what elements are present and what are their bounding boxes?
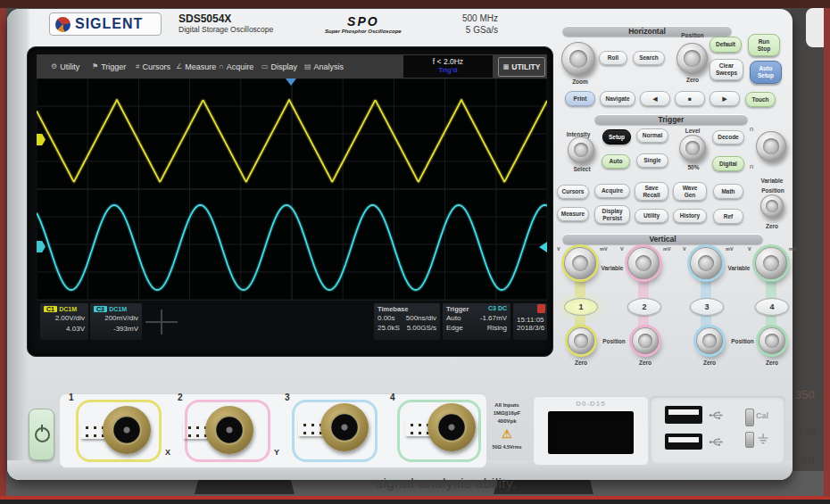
ch2-scale-knob[interactable]	[627, 247, 660, 279]
clear-sweeps-button[interactable]: Clear Sweeps	[710, 59, 743, 80]
zero-label: Zero	[630, 359, 660, 366]
caliper-icon: ∠	[176, 62, 182, 70]
ch4-bnc-connector[interactable]	[427, 403, 476, 451]
trigger-level-knob[interactable]	[679, 135, 706, 161]
cropped-text-fragment: ed	[801, 452, 814, 466]
ch1-position-knob[interactable]	[568, 327, 594, 354]
trigger-single-button[interactable]: Single	[636, 153, 668, 168]
digital-input-slot[interactable]	[548, 411, 634, 454]
measure-button[interactable]: Measure	[557, 207, 589, 221]
screen-bezel: ⚙Utility ⚑Trigger #Cursors ∠Measure ∩Acq…	[27, 46, 553, 357]
ch4-scale-knob[interactable]	[755, 247, 787, 279]
menu-acquire[interactable]: ∩Acquire	[219, 54, 253, 78]
ch2-button[interactable]: 2	[627, 298, 661, 316]
usb-port-top[interactable]	[665, 406, 702, 424]
menu-analysis[interactable]: ▤Analysis	[304, 54, 344, 78]
trigger-position-marker[interactable]	[286, 78, 296, 86]
run-stop-button[interactable]: Run Stop	[748, 34, 780, 56]
decode-button[interactable]: Decode	[712, 130, 744, 145]
auto-setup-button[interactable]: Auto Setup	[750, 61, 782, 84]
cal-output-tab[interactable]	[745, 409, 754, 426]
digital-button[interactable]: Digital	[712, 156, 744, 171]
x-axis-label: X	[165, 448, 170, 457]
ground-tab[interactable]	[745, 432, 754, 448]
mv-label: mV	[726, 246, 734, 252]
digital-input-label: D0-D15	[534, 397, 648, 408]
acquire-button[interactable]: Acquire	[594, 184, 630, 198]
cursors-icon: #	[136, 62, 139, 70]
ch3-scale-knob[interactable]	[690, 247, 722, 279]
horizontal-position-knob[interactable]	[676, 43, 708, 74]
ch1-info-box[interactable]: C1 DC1M 2.00V/div 4.03V	[40, 303, 88, 340]
screen[interactable]: ⚙Utility ⚑Trigger #Cursors ∠Measure ∩Acq…	[37, 54, 547, 342]
display-persist-button[interactable]: Display Persist	[594, 205, 630, 224]
page-caption: signal analysis ability.	[321, 475, 571, 492]
ch3-info-box[interactable]: C3 DC1M 200mV/div -393mV	[90, 303, 142, 340]
utility-softkey[interactable]: ▣ UTILITY	[498, 57, 545, 77]
trigger-auto-button[interactable]: Auto	[602, 154, 630, 169]
variable-label-left: Variable	[596, 265, 628, 271]
cursors-button[interactable]: Cursors	[557, 185, 589, 199]
save-recall-button[interactable]: Save Recall	[635, 182, 668, 201]
trigger-level-marker[interactable]	[539, 242, 547, 252]
navigate-stop-button[interactable]: ■	[675, 91, 705, 106]
usb-port-bottom[interactable]	[665, 434, 702, 450]
wave-gen-button[interactable]: Wave Gen	[673, 182, 707, 201]
trigger-status: Trig'd	[403, 66, 493, 74]
v-label: V	[557, 246, 560, 252]
menu-measure[interactable]: ∠Measure	[176, 54, 216, 78]
border-left	[0, 8, 6, 497]
usb-icon	[709, 409, 725, 421]
menu-trigger[interactable]: ⚑Trigger	[92, 54, 126, 78]
roll-button[interactable]: Roll	[599, 51, 627, 65]
menu-utility[interactable]: ⚙Utility	[51, 54, 79, 78]
ch4-position-knob[interactable]	[759, 327, 785, 354]
clock-box: 15:11:05 2018/3/6	[513, 303, 547, 340]
ground-icon	[757, 434, 769, 444]
m-zero-label: Zero	[757, 223, 787, 229]
ch1-bnc-connector[interactable]	[103, 406, 151, 454]
bandwidth: 500 MHz	[436, 13, 498, 25]
intensity-knob[interactable]	[568, 136, 594, 163]
v-position-label-left: Position	[596, 338, 632, 344]
history-button[interactable]: History	[673, 209, 707, 223]
print-button[interactable]: Print	[565, 91, 595, 106]
specs-block: 500 MHz 5 GSa/s	[436, 13, 498, 36]
waveform-plot	[37, 78, 547, 300]
ch1-offset: 4.03V	[44, 324, 85, 335]
utility-button[interactable]: Utility	[635, 209, 668, 223]
border-right	[824, 8, 830, 497]
mv-label: mV	[600, 246, 608, 252]
ch1-scale-knob[interactable]	[564, 247, 596, 279]
search-button[interactable]: Search	[633, 51, 665, 65]
default-button[interactable]: Default	[710, 37, 742, 53]
power-button[interactable]	[29, 409, 54, 460]
menu-cursors[interactable]: #Cursors	[136, 54, 170, 78]
navigate-next-button[interactable]: ▶	[710, 91, 740, 106]
fifty-percent-label: 50%	[682, 164, 705, 170]
trigger-variable-knob[interactable]	[756, 131, 786, 161]
navigate-button[interactable]: Navigate	[600, 91, 635, 106]
crosshair-icon	[161, 310, 162, 335]
menu-position-knob[interactable]	[760, 194, 784, 218]
ref-button[interactable]: Ref	[713, 209, 743, 224]
touch-button[interactable]: Touch	[745, 92, 776, 107]
ch1-button[interactable]: 1	[564, 298, 598, 316]
ch3-bnc-connector[interactable]	[320, 403, 369, 451]
ch2-position-knob[interactable]	[632, 327, 659, 354]
ch3-button[interactable]: 3	[690, 298, 724, 316]
timebase-box[interactable]: Timebase 0.00s500ns/div 25.0kS5.00GS/s	[374, 303, 440, 340]
horizontal-zoom-knob[interactable]	[561, 42, 595, 76]
menu-display[interactable]: ▭Display	[261, 54, 297, 78]
navigate-prev-button[interactable]: ◀	[640, 91, 670, 106]
ch3-position-knob[interactable]	[696, 327, 723, 354]
zero-label: Zero	[757, 359, 787, 366]
trigger-setup-button[interactable]: Setup	[602, 129, 631, 145]
v-label: V	[620, 246, 624, 252]
ch2-bnc-connector[interactable]	[205, 406, 253, 454]
trigger-normal-button[interactable]: Normal	[636, 128, 668, 143]
ch4-button[interactable]: 4	[755, 298, 789, 316]
trigger-box[interactable]: Trigger C3 DC Auto-1.67mV EdgeRising	[443, 303, 510, 340]
vertical-section-title: Vertical	[562, 234, 763, 244]
math-button[interactable]: Math	[713, 184, 743, 199]
